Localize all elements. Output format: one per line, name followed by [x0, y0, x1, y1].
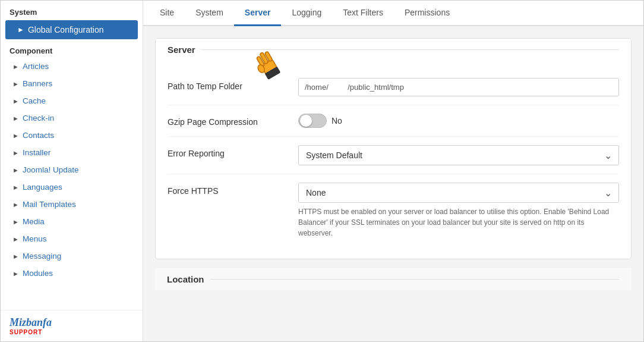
- server-panel-title: Server: [168, 45, 195, 55]
- chevron-right-icon: ►: [12, 270, 19, 277]
- sidebar-item-languages[interactable]: ► Languages: [1, 178, 143, 196]
- path-temp-folder-input[interactable]: [298, 78, 619, 96]
- chevron-right-icon: ►: [12, 98, 19, 105]
- sidebar-logo: Mizbanfa SUPPORT: [1, 310, 143, 341]
- sidebar-item-joomla-update[interactable]: ► Joomla! Update: [1, 161, 143, 178]
- logo-sub: SUPPORT: [10, 329, 134, 335]
- sidebar-item-articles[interactable]: ► Articles: [1, 58, 143, 75]
- chevron-right-icon: ►: [12, 236, 19, 243]
- path-temp-folder-control: [298, 78, 619, 96]
- tab-site[interactable]: Site: [149, 1, 185, 26]
- chevron-right-icon: ►: [12, 63, 19, 70]
- toggle-knob: [300, 115, 312, 127]
- gzip-compression-control: No: [298, 114, 619, 128]
- tab-logging[interactable]: Logging: [281, 1, 332, 26]
- gzip-toggle-wrap: No: [298, 114, 619, 128]
- force-https-control: None Administrator Only Entire Site ⌄ HT…: [298, 183, 619, 239]
- path-temp-folder-label: Path to Temp Folder: [168, 78, 298, 91]
- sidebar-item-cache[interactable]: ► Cache: [1, 92, 143, 109]
- gzip-compression-row: Gzip Page Compression No: [168, 105, 619, 137]
- server-panel-body: Path to Temp Folder Gzip Page Compressio…: [156, 61, 631, 259]
- main-content: Site System Server Logging Text Filters …: [143, 1, 643, 341]
- tab-server[interactable]: Server: [234, 1, 282, 26]
- location-panel-header: Location: [155, 268, 632, 290]
- path-temp-folder-row: Path to Temp Folder: [168, 70, 619, 105]
- tab-system[interactable]: System: [185, 1, 234, 26]
- sidebar-item-mail-templates[interactable]: ► Mail Templates: [1, 196, 143, 213]
- gzip-toggle-switch[interactable]: [298, 114, 327, 128]
- content-area: Server Path to Temp Folder Gzip Page Com…: [143, 26, 643, 341]
- gzip-toggle-label: No: [332, 116, 342, 125]
- force-https-select[interactable]: None Administrator Only Entire Site: [298, 183, 619, 203]
- force-https-label: Force HTTPS: [168, 183, 298, 196]
- server-panel-header-line: [201, 49, 619, 50]
- error-reporting-label: Error Reporting: [168, 145, 298, 158]
- component-section-title: Component: [1, 40, 143, 58]
- location-header-line: [210, 279, 620, 280]
- chevron-right-icon: ►: [12, 167, 19, 174]
- system-section-title: System: [1, 1, 143, 19]
- sidebar-item-installer[interactable]: ► Installer: [1, 144, 143, 161]
- chevron-right-icon: ►: [12, 253, 19, 260]
- tabs-bar: Site System Server Logging Text Filters …: [143, 1, 643, 26]
- sidebar-item-media[interactable]: ► Media: [1, 213, 143, 230]
- sidebar-item-checkin[interactable]: ► Check-in: [1, 109, 143, 127]
- sidebar-active-label: Global Configuration: [28, 25, 104, 34]
- chevron-right-icon: ►: [12, 132, 19, 139]
- force-https-select-wrap: None Administrator Only Entire Site ⌄: [298, 183, 619, 203]
- sidebar-item-menus[interactable]: ► Menus: [1, 230, 143, 247]
- location-panel-title: Location: [167, 274, 204, 284]
- server-panel: Server Path to Temp Folder Gzip Page Com…: [155, 38, 632, 259]
- sidebar: System ► Global Configuration Component …: [1, 1, 143, 341]
- error-reporting-row: Error Reporting System Default None Simp…: [168, 137, 619, 174]
- sidebar-item-messaging[interactable]: ► Messaging: [1, 247, 143, 265]
- tab-text-filters[interactable]: Text Filters: [332, 1, 394, 26]
- error-reporting-select[interactable]: System Default None Simple Maximum: [298, 145, 619, 165]
- chevron-right-icon: ►: [12, 149, 19, 156]
- error-reporting-select-wrap: System Default None Simple Maximum ⌄: [298, 145, 619, 165]
- sidebar-item-banners[interactable]: ► Banners: [1, 75, 143, 92]
- sidebar-item-contacts[interactable]: ► Contacts: [1, 127, 143, 144]
- gzip-compression-label: Gzip Page Compression: [168, 114, 298, 127]
- chevron-right-icon: ►: [12, 184, 19, 191]
- chevron-right-icon: ►: [12, 115, 19, 122]
- chevron-right-icon: ►: [12, 80, 19, 87]
- force-https-help-text: HTTPS must be enabled on your server or …: [298, 206, 619, 239]
- sidebar-item-global-configuration[interactable]: ► Global Configuration: [5, 20, 138, 39]
- logo-text: Mizbanfa: [10, 316, 134, 329]
- server-panel-header: Server: [156, 39, 631, 61]
- error-reporting-control: System Default None Simple Maximum ⌄: [298, 145, 619, 165]
- chevron-right-icon: ►: [12, 218, 19, 225]
- chevron-right-icon: ►: [17, 26, 24, 34]
- chevron-right-icon: ►: [12, 201, 19, 208]
- force-https-row: Force HTTPS None Administrator Only Enti…: [168, 174, 619, 247]
- tab-permissions[interactable]: Permissions: [394, 1, 460, 26]
- sidebar-item-modules[interactable]: ► Modules: [1, 265, 143, 282]
